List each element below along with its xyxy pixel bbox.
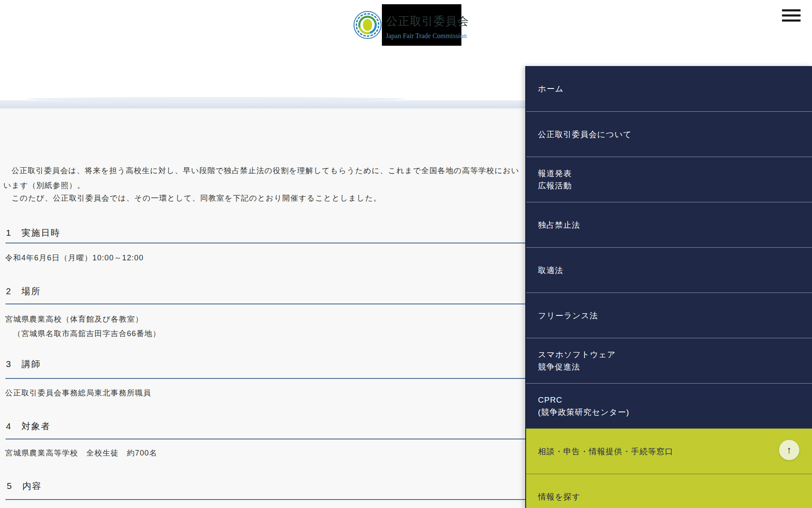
section-2-body-line-2: （宮城県名取市高舘吉田字吉合66番地） (5, 329, 161, 339)
menu-item-label: フリーランス法 (538, 309, 812, 322)
menu-item-press-pr[interactable]: 報道発表 広報活動 (526, 157, 812, 202)
section-3-heading: 3 講師 (6, 358, 41, 370)
menu-item-label: 情報を探す (538, 491, 812, 503)
menu-item-home[interactable]: ホーム (526, 66, 812, 111)
logo-text-block: 公正取引委員会 Japan Fair Trade Commission (382, 4, 461, 46)
section-2-body-line-1: 宮城県農業高校（体育館及び各教室） (5, 314, 143, 324)
menu-item-label: CPRC (538, 394, 812, 406)
menu-item-label: 競争促進法 (538, 361, 812, 373)
menu-item-label: 広報活動 (538, 179, 812, 192)
page: 公正取引委員会 Japan Fair Trade Commission 公正取引… (0, 0, 812, 508)
menu-item-label: ホーム (538, 83, 812, 95)
menu-item-label: 独占禁止法 (538, 219, 812, 231)
menu-item-about-jftc[interactable]: 公正取引委員会について (526, 111, 812, 157)
logo-title-ja: 公正取引委員会 (386, 14, 469, 29)
scroll-to-top-button[interactable]: ↑ (779, 440, 799, 460)
intro-line-2: います（別紙参照）。 (3, 180, 85, 190)
section-1-heading: 1 実施日時 (6, 227, 60, 239)
menu-item-freelance-act[interactable]: フリーランス法 (526, 293, 812, 338)
menu-item-antimonopoly-act[interactable]: 独占禁止法 (526, 202, 812, 247)
up-arrow-icon: ↑ (787, 444, 792, 456)
hamburger-menu-icon[interactable] (782, 9, 801, 22)
jftc-emblem-icon (352, 4, 382, 46)
logo-title-en: Japan Fair Trade Commission (386, 32, 467, 40)
menu-item-cprc[interactable]: CPRC (競争政策研究センター) (526, 383, 812, 428)
section-3-body: 公正取引委員会事務総局東北事務所職員 (5, 388, 151, 398)
section-4-body: 宮城県農業高等学校 全校生徒 約700名 (5, 448, 157, 458)
side-menu: ホーム 公正取引委員会について 報道発表 広報活動 独占禁止法 取適法 フリーラ… (525, 66, 812, 508)
section-5-heading: 5 内容 (7, 480, 42, 492)
menu-item-label: 報道発表 (538, 167, 812, 179)
menu-item-label: (競争政策研究センター) (538, 406, 812, 418)
menu-item-label: 相談・申告・情報提供・手続等窓口 (538, 445, 812, 458)
intro-line-3: このたび、公正取引委員会では、その一環として、同教室を下記のとおり開催することと… (3, 193, 381, 203)
menu-item-label: スマホソフトウェア (538, 348, 812, 361)
menu-item-find-information[interactable]: 情報を探す (526, 474, 812, 508)
section-4-heading: 4 対象者 (6, 420, 51, 432)
menu-item-consultation-report-desk[interactable]: 相談・申告・情報提供・手続等窓口 (526, 428, 812, 474)
menu-item-subcontract-act[interactable]: 取適法 (526, 247, 812, 293)
section-1-body: 令和4年6月6日（月曜）10:00～12:00 (5, 253, 144, 263)
intro-line-1: 公正取引委員会は、将来を担う高校生に対し、早い段階で独占禁止法の役割を理解しても… (3, 166, 519, 176)
menu-item-label: 公正取引委員会について (538, 128, 812, 141)
menu-item-smartphone-software-act[interactable]: スマホソフトウェア 競争促進法 (526, 338, 812, 383)
menu-item-label: 取適法 (538, 264, 812, 276)
jftc-logo[interactable]: 公正取引委員会 Japan Fair Trade Commission (352, 4, 461, 46)
section-2-heading: 2 場所 (6, 285, 41, 297)
